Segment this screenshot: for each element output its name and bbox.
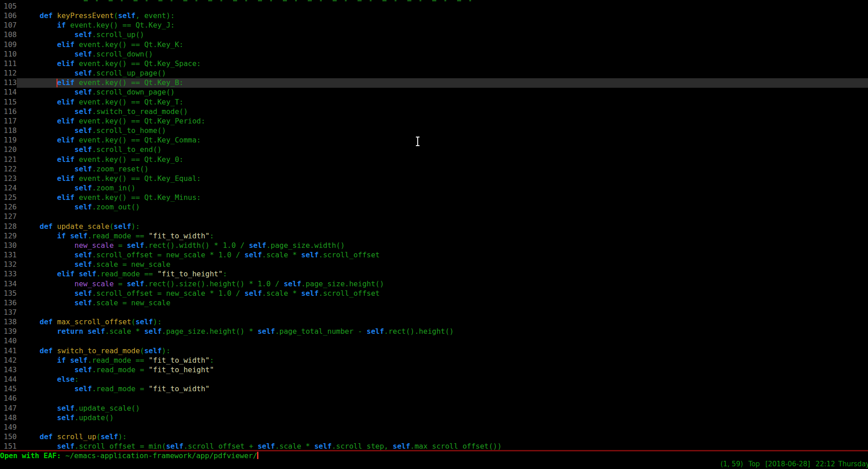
code-text[interactable]	[17, 336, 868, 346]
code-text[interactable]: else:	[17, 375, 868, 384]
code-line[interactable]: 150 def scroll_up(self):	[0, 432, 868, 442]
code-text[interactable]	[17, 423, 868, 432]
code-line[interactable]: 129 if self.read_mode == "fit_to_width":	[0, 232, 868, 241]
code-line[interactable]: 114 self.scroll_down_page()	[0, 88, 868, 97]
code-token: (	[140, 346, 144, 355]
code-text[interactable]: self.scale = new_scale	[17, 260, 868, 270]
code-token: event.key() == Qt.Key_J:	[70, 21, 175, 29]
code-line[interactable]: 135 self.scroll_offset = new_scale * 1.0…	[0, 289, 868, 298]
code-text[interactable]: elif event.key() == Qt.Key_Space:	[17, 59, 868, 69]
code-line[interactable]: 137	[0, 308, 868, 317]
code-line[interactable]: 133 elif self.read_mode == "fit_to_heigh…	[0, 270, 868, 279]
code-line[interactable]: 108 self.scroll_up()	[0, 30, 868, 40]
code-line[interactable]: 123 elif event.key() == Qt.Key_Equal:	[0, 174, 868, 184]
code-text[interactable]: elif event.key() == Qt.Key_B:	[17, 78, 868, 88]
code-line[interactable]: 105	[0, 2, 868, 11]
code-text[interactable]: def update_scale(self):	[17, 222, 868, 232]
code-text[interactable]: self.zoom_reset()	[17, 165, 868, 174]
code-text[interactable]: elif event.key() == Qt.Key_Comma:	[17, 136, 868, 145]
code-line[interactable]: 128 def update_scale(self):	[0, 222, 868, 232]
code-text[interactable]: self.update_scale()	[17, 404, 868, 413]
code-line[interactable]: 126 self.zoom_out()	[0, 203, 868, 212]
code-text[interactable]: self.scroll_to_home()	[17, 126, 868, 136]
code-text[interactable]: def switch_to_read_mode(self):	[17, 346, 868, 356]
code-text[interactable]: elif event.key() == Qt.Key_T:	[17, 98, 868, 107]
code-text[interactable]: self.scroll_to_end()	[17, 145, 868, 155]
code-line[interactable]: 132 self.scale = new_scale	[0, 260, 868, 270]
code-line[interactable]: 111 elif event.key() == Qt.Key_Space:	[0, 59, 868, 69]
code-line[interactable]: 148 self.update()	[0, 413, 868, 423]
code-text[interactable]	[17, 2, 868, 11]
code-text[interactable]: elif self.read_mode == "fit_to_height":	[17, 270, 868, 279]
code-line[interactable]: 140	[0, 336, 868, 346]
code-text[interactable]: def keyPressEvent(self, event):	[17, 11, 868, 21]
code-text[interactable]: if self.read_mode == "fit_to_width":	[17, 356, 868, 365]
code-line[interactable]: 127	[0, 212, 868, 222]
code-line[interactable]: 138 def max_scroll_offset(self):	[0, 317, 868, 327]
code-line[interactable]: 144 else:	[0, 375, 868, 384]
code-line[interactable]: 147 self.update_scale()	[0, 404, 868, 413]
code-line[interactable]: 120 self.scroll_to_end()	[0, 145, 868, 155]
code-text[interactable]: self.zoom_out()	[17, 203, 868, 212]
code-line[interactable]: 134 new_scale = self.rect().size().heigh…	[0, 280, 868, 289]
code-buffer[interactable]: 105106 def keyPressEvent(self, event):10…	[0, 2, 868, 450]
code-line[interactable]: 136 self.scale = new_scale	[0, 298, 868, 308]
code-line[interactable]: 109 elif event.key() == Qt.Key_K:	[0, 40, 868, 50]
code-line[interactable]: 118 self.scroll_to_home()	[0, 126, 868, 136]
code-text[interactable]: self.scroll_offset = new_scale * 1.0 / s…	[17, 289, 868, 298]
code-line[interactable]: 112 self.scroll_up_page()	[0, 69, 868, 78]
code-text[interactable]: def scroll_up(self):	[17, 432, 868, 442]
code-text[interactable]: self.scroll_offset = new_scale * 1.0 / s…	[17, 251, 868, 260]
code-text[interactable]	[17, 308, 868, 317]
code-text[interactable]: def max_scroll_offset(self):	[17, 317, 868, 327]
code-line[interactable]: 125 elif event.key() == Qt.Key_Minus:	[0, 193, 868, 203]
code-text[interactable]: self.scroll_down()	[17, 50, 868, 59]
code-line[interactable]: 151 self.scroll_offset = min(self.scroll…	[0, 442, 868, 450]
code-line[interactable]: 117 elif event.key() == Qt.Key_Period:	[0, 117, 868, 126]
code-line[interactable]: 115 elif event.key() == Qt.Key_T:	[0, 98, 868, 107]
code-line[interactable]: 122 self.zoom_reset()	[0, 165, 868, 174]
code-text[interactable]: elif event.key() == Qt.Key_0:	[17, 155, 868, 165]
code-token: self	[127, 280, 144, 288]
code-text[interactable]: self.scroll_up_page()	[17, 69, 868, 78]
code-line[interactable]: 110 self.scroll_down()	[0, 50, 868, 59]
code-text[interactable]: self.update()	[17, 413, 868, 423]
code-line[interactable]: 119 elif event.key() == Qt.Key_Comma:	[0, 136, 868, 145]
code-text[interactable]	[17, 212, 868, 222]
code-line[interactable]: 116 self.switch_to_read_mode()	[0, 107, 868, 117]
code-text[interactable]	[17, 394, 868, 403]
code-line[interactable]: 142 if self.read_mode == "fit_to_width":	[0, 356, 868, 365]
code-line[interactable]: 106 def keyPressEvent(self, event):	[0, 11, 868, 21]
code-text[interactable]: elif event.key() == Qt.Key_Period:	[17, 117, 868, 126]
code-line[interactable]: 131 self.scroll_offset = new_scale * 1.0…	[0, 251, 868, 260]
code-line[interactable]: 145 self.read_mode = "fit_to_width"	[0, 384, 868, 394]
code-line[interactable]: 121 elif event.key() == Qt.Key_0:	[0, 155, 868, 165]
code-text[interactable]: self.scale = new_scale	[17, 298, 868, 308]
code-text[interactable]: if event.key() == Qt.Key_J:	[17, 21, 868, 30]
code-text[interactable]: self.read_mode = "fit_to_height"	[17, 365, 868, 375]
minibuffer-input[interactable]: ~/emacs-application-framework/app/pdfvie…	[66, 451, 258, 460]
code-text[interactable]: self.switch_to_read_mode()	[17, 107, 868, 117]
code-text[interactable]: if self.read_mode == "fit_to_width":	[17, 232, 868, 241]
code-line[interactable]: 124 self.zoom_in()	[0, 184, 868, 193]
code-text[interactable]: elif event.key() == Qt.Key_K:	[17, 40, 868, 50]
code-text[interactable]: self.read_mode = "fit_to_width"	[17, 384, 868, 394]
code-line[interactable]: 130 new_scale = self.rect().width() * 1.…	[0, 241, 868, 251]
code-line[interactable]: 149	[0, 423, 868, 432]
code-line[interactable]: 113 elif event.key() == Qt.Key_B:	[0, 78, 868, 88]
code-text[interactable]: self.scroll_up()	[17, 30, 868, 40]
code-text[interactable]: self.scroll_down_page()	[17, 88, 868, 97]
code-text[interactable]: elif event.key() == Qt.Key_Minus:	[17, 193, 868, 203]
code-line[interactable]: 143 self.read_mode = "fit_to_height"	[0, 365, 868, 375]
code-line[interactable]: 146	[0, 394, 868, 403]
code-line[interactable]: 141 def switch_to_read_mode(self):	[0, 346, 868, 356]
code-text[interactable]: self.zoom_in()	[17, 184, 868, 193]
code-line[interactable]: 139 return self.scale * self.page_size.h…	[0, 327, 868, 336]
code-text[interactable]: self.scroll_offset = min(self.scroll_off…	[17, 442, 868, 450]
minibuffer-line[interactable]: Open with EAF: ~/emacs-application-frame…	[0, 451, 868, 460]
code-text[interactable]: new_scale = self.rect().size().height() …	[17, 280, 868, 289]
code-text[interactable]: return self.scale * self.page_size.heigh…	[17, 327, 868, 336]
code-text[interactable]: new_scale = self.rect().width() * 1.0 / …	[17, 241, 868, 251]
code-text[interactable]: elif event.key() == Qt.Key_Equal:	[17, 174, 868, 184]
code-line[interactable]: 107 if event.key() == Qt.Key_J:	[0, 21, 868, 30]
